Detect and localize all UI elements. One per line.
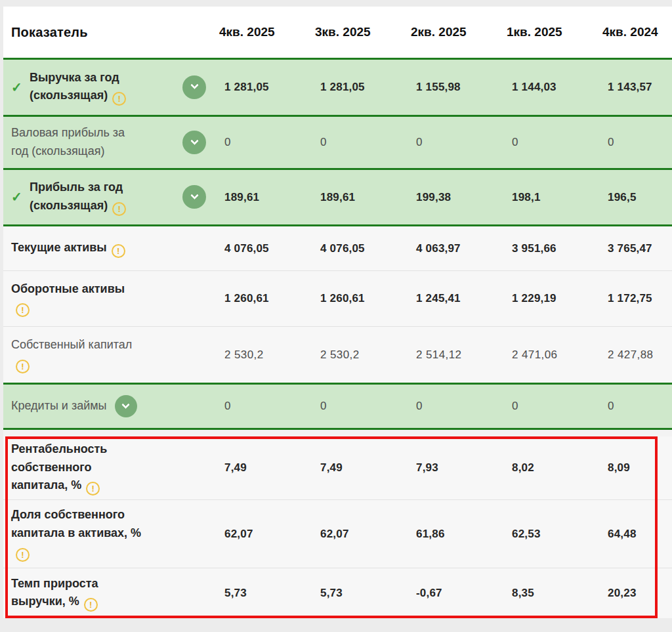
- row-label: Валовая прибыль за год (скользящая): [11, 126, 125, 158]
- value-cell: 199,38: [410, 191, 505, 204]
- warning-icon[interactable]: !: [112, 202, 126, 216]
- value-cell: 4 076,05: [314, 242, 410, 255]
- value-cell: 2 471,06: [505, 348, 601, 362]
- row-label: Прибыль за год (скользящая): [30, 180, 123, 212]
- chevron-down-icon[interactable]: [115, 395, 137, 417]
- table-row: Темп прироста выручки, %!5,735,73-0,678,…: [3, 568, 672, 618]
- value-cell: 62,07: [218, 528, 314, 541]
- table-row: Оборотные активы!1 260,611 260,611 245,4…: [3, 271, 672, 327]
- row-label-cell: Собственный капитал!: [11, 336, 218, 373]
- checkmark-icon[interactable]: ✓: [11, 190, 26, 203]
- value-cell: 0: [314, 136, 410, 149]
- chevron-down-icon[interactable]: [182, 131, 206, 154]
- row-label-cell: ✓Прибыль за год (скользящая)!: [11, 179, 218, 216]
- value-cell: 1 172,75: [601, 292, 672, 305]
- warning-icon[interactable]: !: [16, 303, 30, 317]
- table-row: Доля собственного капитала в активах, %!…: [3, 500, 672, 568]
- value-cell: 7,49: [218, 461, 314, 474]
- value-cell: 189,61: [218, 191, 314, 204]
- warning-icon[interactable]: !: [16, 360, 30, 373]
- table-row: Собственный капитал!2 530,22 530,22 514,…: [3, 327, 672, 383]
- chevron-down-icon[interactable]: [182, 75, 206, 99]
- table-row: Текущие активы!4 076,054 076,054 063,973…: [3, 226, 672, 271]
- value-cell: 0: [218, 400, 314, 413]
- row-label-cell: Темп прироста выручки, %!: [11, 575, 218, 612]
- warning-icon[interactable]: !: [112, 92, 126, 106]
- value-cell: 1 144,03: [505, 81, 601, 94]
- warning-icon[interactable]: !: [16, 548, 30, 562]
- value-cell: 8,02: [505, 461, 601, 474]
- warning-icon[interactable]: !: [86, 482, 100, 495]
- row-label: Текущие активы: [11, 241, 107, 254]
- value-cell: 1 155,98: [410, 81, 505, 94]
- flagged-rows: Рентабельность собственного капитала, %!…: [3, 436, 672, 618]
- column-header-indicator: Показатель: [11, 25, 218, 40]
- checkmark-icon[interactable]: ✓: [11, 81, 26, 94]
- row-label: Собственный капитал: [11, 338, 132, 351]
- value-cell: 2 530,2: [218, 348, 314, 362]
- row-label-cell: Валовая прибыль за год (скользящая): [11, 124, 218, 161]
- value-cell: 62,07: [314, 528, 410, 541]
- value-cell: 62,53: [505, 528, 601, 541]
- value-cell: 0: [410, 136, 505, 149]
- value-cell: 0: [505, 400, 601, 413]
- table-row: Валовая прибыль за год (скользящая)00000: [3, 117, 672, 170]
- value-cell: 1 245,41: [410, 292, 505, 305]
- chevron-down-icon[interactable]: [182, 185, 206, 209]
- value-cell: 2 514,12: [410, 348, 505, 362]
- page: Показатель 4кв. 2025 3кв. 2025 2кв. 2025…: [0, 0, 672, 618]
- value-cell: 0: [601, 136, 672, 149]
- value-cell: 8,09: [601, 461, 672, 474]
- value-cell: 0: [410, 400, 505, 413]
- value-cell: 196,5: [601, 191, 672, 204]
- row-label-cell: Кредиты и займы: [11, 395, 218, 417]
- value-cell: 0: [601, 400, 672, 413]
- value-cell: 1 143,57: [601, 81, 672, 94]
- metrics-table: Показатель 4кв. 2025 3кв. 2025 2кв. 2025…: [3, 7, 672, 618]
- value-cell: 61,86: [410, 528, 505, 541]
- row-label-cell: Доля собственного капитала в активах, %!: [11, 506, 218, 562]
- value-cell: 20,23: [601, 587, 672, 600]
- row-label: Доля собственного капитала в активах, %: [11, 508, 141, 539]
- value-cell: 1 260,61: [314, 292, 410, 305]
- row-label-cell: ✓Выручка за год (скользящая)!: [11, 69, 218, 106]
- value-cell: 3 951,66: [505, 242, 601, 255]
- warning-icon[interactable]: !: [112, 244, 125, 258]
- row-label: Оборотные активы: [11, 282, 125, 295]
- warning-icon[interactable]: !: [84, 598, 98, 612]
- value-cell: 0: [314, 400, 410, 413]
- table-row: ✓Прибыль за год (скользящая)!189,61189,6…: [3, 170, 672, 226]
- table-row: ✓Выручка за год (скользящая)!1 281,051 2…: [3, 58, 672, 117]
- row-label-cell: Рентабельность собственного капитала, %!: [11, 440, 218, 496]
- value-cell: 5,73: [218, 587, 314, 600]
- value-cell: 64,48: [601, 528, 672, 541]
- row-label-cell: Текущие активы!: [11, 239, 218, 258]
- value-cell: -0,67: [410, 587, 505, 600]
- value-cell: 3 765,47: [601, 242, 672, 255]
- row-label: Выручка за год (скользящая): [30, 71, 119, 102]
- table-row: Рентабельность собственного капитала, %!…: [3, 436, 672, 500]
- row-label: Кредиты и займы: [11, 399, 107, 412]
- value-cell: 198,1: [505, 191, 601, 204]
- value-cell: 8,35: [505, 587, 601, 600]
- value-cell: 7,93: [410, 461, 505, 474]
- row-label-cell: Оборотные активы!: [11, 280, 218, 318]
- value-cell: 2 530,2: [314, 348, 410, 362]
- value-cell: 5,73: [314, 587, 410, 600]
- value-cell: 1 229,19: [505, 292, 601, 305]
- column-header-q1-2025: 1кв. 2025: [505, 25, 601, 39]
- value-cell: 1 281,05: [218, 81, 314, 94]
- flagged-section: Рентабельность собственного капитала, %!…: [3, 436, 672, 618]
- column-header-q2-2025: 2кв. 2025: [410, 25, 505, 39]
- column-header-q4-2025: 4кв. 2025: [218, 25, 314, 39]
- value-cell: 0: [218, 136, 314, 149]
- value-cell: 4 063,97: [410, 242, 505, 255]
- value-cell: 7,49: [314, 461, 410, 474]
- value-cell: 189,61: [314, 191, 410, 204]
- value-cell: 1 260,61: [218, 292, 314, 305]
- column-header-q4-2024: 4кв. 2024: [601, 25, 672, 39]
- value-cell: 0: [505, 136, 601, 149]
- section-gap: [3, 430, 672, 436]
- value-cell: 2 427,88: [601, 348, 672, 362]
- value-cell: 4 076,05: [218, 242, 314, 255]
